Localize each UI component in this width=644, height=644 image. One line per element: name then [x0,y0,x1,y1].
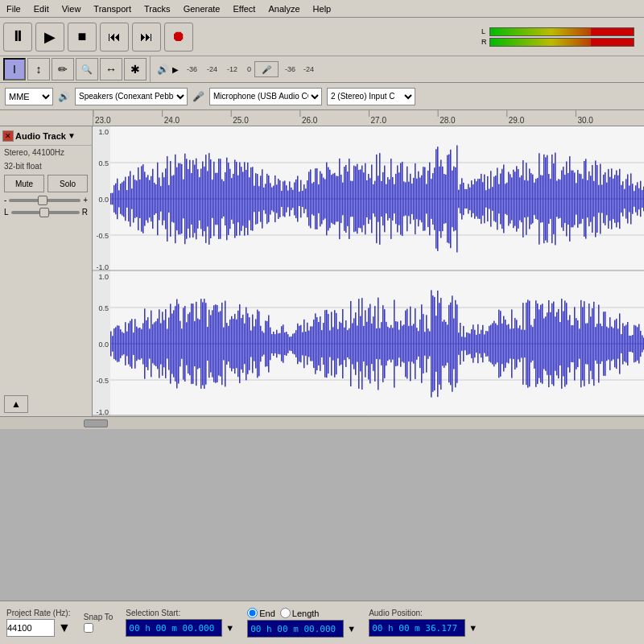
mic-icon: 🎤 [192,91,204,102]
db-right-minus24-label: -24 [303,65,314,73]
db-minus12-label: -12 [227,65,237,73]
menu-generate[interactable]: Generate [177,2,227,15]
waveform-display[interactable] [93,126,644,416]
solo-button[interactable]: Solo [47,175,88,192]
audio-pos-dropdown-icon[interactable]: ▼ [469,623,477,633]
project-rate-label: Project Rate (Hz): [6,609,71,617]
meters-section: 🔊 ▶ -36 -24 -12 0 🎤 -36 -24 [151,56,644,82]
gain-slider-track[interactable] [9,199,80,202]
length-radio-label[interactable]: Length [280,608,320,618]
horizontal-scrollbar[interactable] [0,416,644,429]
mic-button[interactable]: 🎤 [254,61,279,77]
menu-help[interactable]: Help [307,2,338,15]
close-track-button[interactable]: ✕ [2,130,14,142]
track-format-label: Stereo, 44100Hz [0,146,92,159]
pan-right-label: R [82,208,88,217]
gain-control: - + [0,194,92,206]
db-0-label: 0 [247,65,251,73]
audio-position-input[interactable] [369,619,465,637]
db-right-minus36-label: -36 [285,65,295,73]
snap-to-checkbox[interactable] [84,623,93,633]
project-rate-group: Project Rate (Hz): ▼ [6,609,71,637]
playback-volume-icon[interactable]: 🔊 [157,64,169,75]
record-device-select[interactable]: Microphone (USB Audio CODEC [209,88,322,105]
db-minus36-label: -36 [187,65,197,73]
mute-solo-controls: Mute Solo [0,173,92,194]
status-bar: Project Rate (Hz): ▼ Snap To Selection S… [0,601,644,644]
timeline-ruler [0,110,644,126]
transport-toolbar: ⏸ ▶ ■ ⏮ ⏭ ⏺ L R [0,18,644,56]
end-time-input[interactable] [247,620,344,638]
menu-transport[interactable]: Transport [87,2,138,15]
pause-button[interactable]: ⏸ [3,23,32,52]
multi-tool[interactable]: ✱ [124,58,147,80]
envelope-tool[interactable]: ↕ [27,58,50,80]
length-radio[interactable] [280,608,291,618]
audio-position-group: Audio Position: ▼ [369,609,477,637]
pan-left-label: L [4,208,9,217]
menu-bar: File Edit View Transport Tracks Generate… [0,0,644,18]
stop-button[interactable]: ■ [68,23,97,52]
select-tool[interactable]: I [3,58,26,80]
end-length-radio-group: End Length [247,608,356,618]
device-toolbar: MME 🔊 Speakers (Conexant Pebble Hi 🎤 Mic… [0,83,644,110]
track-name-label: Audio Track [15,131,66,141]
gain-minus-label[interactable]: - [4,196,6,204]
draw-tool[interactable]: ✏ [52,58,74,80]
gain-plus-label[interactable]: + [83,196,88,204]
menu-edit[interactable]: Edit [27,2,56,15]
db-minus24-label: -24 [207,65,217,73]
pan-slider-track[interactable] [11,211,80,214]
ruler-track [93,110,644,126]
end-dropdown-icon[interactable]: ▼ [347,624,356,634]
snap-to-group: Snap To [84,613,114,633]
mute-button[interactable]: Mute [4,175,44,192]
gain-slider-thumb[interactable] [38,196,47,205]
snap-dropdown-icon[interactable]: ▼ [225,623,234,633]
playback-device-select[interactable]: Speakers (Conexant Pebble Hi [75,88,188,105]
timeshift-tool[interactable]: ↔ [100,58,122,80]
end-radio[interactable] [247,608,258,618]
skip-forward-button[interactable]: ⏭ [132,23,161,52]
input-channels-select[interactable]: 2 (Stereo) Input C [327,88,415,105]
record-button[interactable]: ⏺ [164,23,193,52]
menu-tracks[interactable]: Tracks [138,2,177,15]
menu-view[interactable]: View [56,2,88,15]
playback-volume-btn[interactable]: 🔊 [58,91,70,102]
pan-slider-thumb[interactable] [39,208,49,217]
audio-position-label: Audio Position: [369,609,477,617]
track-dropdown-button[interactable]: ▼ [68,131,76,140]
end-length-group: End Length ▼ [247,608,356,638]
end-radio-label[interactable]: End [247,608,275,618]
playback-speed-icon[interactable]: ▶ [172,65,179,74]
empty-track-area [0,429,644,600]
tools-toolbar: I ↕ ✏ 🔍 ↔ ✱ 🔊 ▶ -36 -24 -12 0 🎤 -36 -24 [0,56,644,83]
host-select[interactable]: MME [5,88,53,105]
waveform-canvas [93,126,644,416]
zoom-tool[interactable]: 🔍 [76,58,98,80]
menu-analyze[interactable]: Analyze [262,2,306,15]
menu-effect[interactable]: Effect [227,2,262,15]
skip-back-button[interactable]: ⏮ [100,23,129,52]
left-channel-label: L [481,27,488,35]
track-header: ✕ Audio Track ▼ [0,126,92,146]
selection-start-group: Selection Start: ▼ [126,609,234,637]
pan-control: L R [0,206,92,218]
selection-start-input[interactable] [126,619,222,637]
menu-file[interactable]: File [0,2,27,15]
tools-section: I ↕ ✏ 🔍 ↔ ✱ [0,56,151,82]
selection-start-label: Selection Start: [126,609,234,617]
project-rate-input[interactable] [6,619,55,637]
scroll-thumb[interactable] [84,419,108,427]
main-track-area: ✕ Audio Track ▼ Stereo, 44100Hz 32-bit f… [0,126,644,416]
play-button[interactable]: ▶ [35,23,64,52]
snap-to-label: Snap To [84,613,114,621]
track-bitdepth-label: 32-bit float [0,159,92,173]
right-channel-label: R [481,38,488,46]
collapse-track-button[interactable]: ▲ [4,395,28,413]
project-rate-dropdown[interactable]: ▼ [58,621,71,634]
track-controls-panel: ✕ Audio Track ▼ Stereo, 44100Hz 32-bit f… [0,126,93,416]
